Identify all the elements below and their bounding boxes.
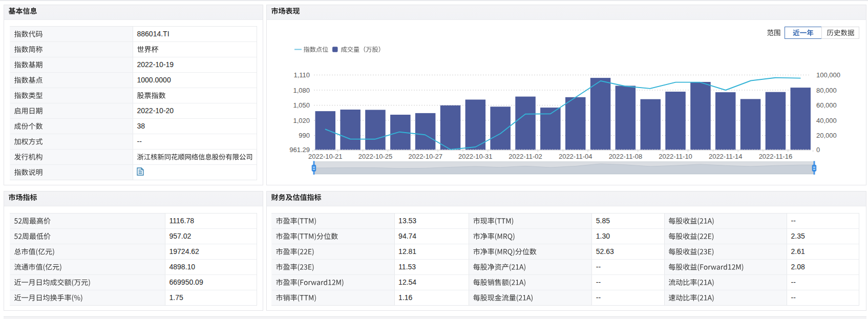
- svg-text:961.29: 961.29: [289, 146, 310, 154]
- svg-text:80,000: 80,000: [816, 87, 837, 94]
- svg-text:1,110: 1,110: [293, 71, 310, 79]
- svg-text:2022-11-10: 2022-11-10: [659, 153, 692, 160]
- svg-text:1,080: 1,080: [293, 87, 310, 94]
- svg-text:40,000: 40,000: [816, 117, 837, 124]
- svg-text:1,020: 1,020: [293, 117, 310, 124]
- svg-text:60,000: 60,000: [816, 101, 837, 109]
- svg-text:2022-11-14: 2022-11-14: [709, 153, 743, 160]
- svg-text:100,000: 100,000: [816, 71, 840, 79]
- svg-text:2022-10-31: 2022-10-31: [458, 153, 493, 160]
- svg-text:1,050: 1,050: [293, 101, 310, 109]
- svg-text:0: 0: [816, 146, 820, 154]
- svg-text:2022-10-21: 2022-10-21: [308, 153, 343, 160]
- svg-text:990: 990: [299, 132, 310, 139]
- svg-text:2022-10-25: 2022-10-25: [358, 153, 393, 160]
- svg-text:2022-11-16: 2022-11-16: [759, 153, 793, 160]
- svg-text:2022-10-27: 2022-10-27: [408, 153, 442, 160]
- svg-text:2022-11-04: 2022-11-04: [559, 153, 592, 160]
- svg-text:20,000: 20,000: [816, 132, 837, 139]
- svg-text:2022-11-08: 2022-11-08: [609, 153, 643, 160]
- svg-text:2022-11-02: 2022-11-02: [509, 153, 542, 160]
